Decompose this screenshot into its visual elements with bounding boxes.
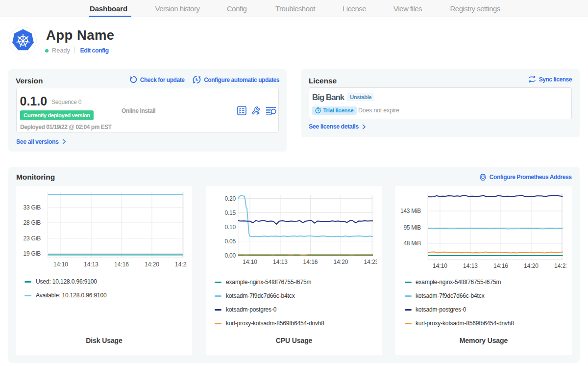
svg-text:14:23: 14:23: [175, 261, 187, 268]
svg-text:14:16: 14:16: [114, 261, 129, 268]
svg-text:14:10: 14:10: [243, 259, 257, 265]
svg-text:33 GiB: 33 GiB: [24, 204, 41, 211]
svg-text:0.00: 0.00: [224, 252, 236, 259]
svg-text:0.05: 0.05: [224, 238, 236, 245]
svg-text:48 MiB: 48 MiB: [403, 240, 421, 247]
svg-text:14:13: 14:13: [463, 262, 478, 269]
svg-text:14:10: 14:10: [433, 262, 447, 269]
svg-text:14:20: 14:20: [145, 261, 159, 268]
svg-text:0.20: 0.20: [224, 195, 236, 202]
svg-text:14:20: 14:20: [333, 259, 348, 265]
svg-text:0.10: 0.10: [224, 224, 236, 231]
svg-text:14:13: 14:13: [273, 259, 288, 265]
svg-text:14:16: 14:16: [493, 262, 508, 269]
svg-text:0.15: 0.15: [224, 209, 236, 216]
svg-text:14:16: 14:16: [303, 259, 318, 265]
svg-text:143 MiB: 143 MiB: [400, 208, 421, 214]
svg-text:14:20: 14:20: [524, 262, 539, 269]
svg-text:14:10: 14:10: [53, 261, 68, 268]
svg-text:19 GiB: 19 GiB: [24, 250, 41, 257]
svg-text:28 GiB: 28 GiB: [24, 219, 41, 226]
svg-text:14:23: 14:23: [364, 259, 377, 265]
svg-text:14:23: 14:23: [554, 262, 566, 269]
svg-text:95 MiB: 95 MiB: [403, 224, 421, 231]
svg-text:14:13: 14:13: [84, 261, 98, 268]
svg-text:23 GiB: 23 GiB: [24, 235, 41, 242]
